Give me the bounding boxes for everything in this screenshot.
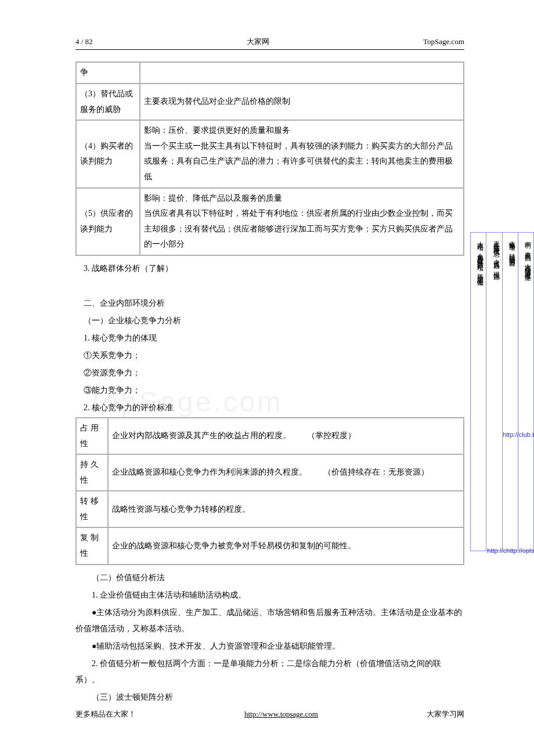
cell-content: 主要表现为替代品对企业产品价格的限制: [140, 84, 464, 120]
list-item: ③能力竞争力；: [75, 382, 464, 399]
criteria-table: 占 用性 企业对内部战略资源及其产生的收益占用的程度。 （掌控程度） 持 久性 …: [75, 417, 464, 565]
paragraph: 2. 价值链分析一般包括两个方面：一是单项能力分析；二是综合能力分析（价值增值活…: [75, 656, 464, 688]
side-annotation-box: 大家论坛，全免费公益性经济师论坛，等待您的光临！ 更多经济师考试信息，考试真题，…: [470, 232, 534, 551]
blank-line: [75, 278, 464, 294]
cell-label: （3）替代品或服务的威胁: [76, 84, 140, 120]
cell-label: 持 久性: [76, 454, 108, 491]
footer-link[interactable]: http://www.topsage.com: [244, 707, 318, 721]
site-name-en: TopSage.com: [423, 35, 464, 48]
cell-content: 企业对内部战略资源及其产生的收益占用的程度。 （掌控程度）: [108, 418, 464, 454]
cell-content: 战略性资源与核心竞争力转移的程度。: [108, 491, 464, 527]
cell-content: 影响：提价、降低产品以及服务的质量当供应者具有以下特征时，将处于有利地位：供应者…: [140, 188, 464, 255]
paragraph: ●辅助活动包括采购、技术开发、人力资源管理和企业基础职能管理。: [75, 638, 464, 654]
paragraph: 3. 战略群体分析（了解）: [75, 261, 464, 277]
footer-right: 大家学习网: [427, 707, 464, 721]
page-footer: 更多精品在大家！ http://www.topsage.com 大家学习网: [75, 707, 464, 721]
table-row: 争: [76, 62, 464, 84]
table-row: 复 制性 企业的战略资源和核心竞争力被竞争对手轻易模仿和复制的可能性。: [76, 527, 464, 564]
cell-label: （5）供应者的谈判能力: [76, 188, 140, 255]
table-row: （4）购买者的谈判能力 影响：压价、要求提供更好的质量和服务当一个买主或一批买主…: [76, 120, 464, 187]
paragraph: 2. 核心竞争力的评价标准: [75, 400, 464, 416]
table-row: 转 移性 战略性资源与核心竞争力转移的程度。: [76, 491, 464, 527]
footer-left: 更多精品在大家！: [75, 707, 136, 721]
cell-label: 转 移性: [76, 491, 108, 527]
cell-label: （4）购买者的谈判能力: [76, 120, 140, 187]
cell-content: [140, 62, 464, 84]
paragraph: 1. 企业价值链由主体活动和辅助活动构成。: [75, 587, 464, 603]
subsection-heading: （一）企业核心竞争力分析: [75, 313, 464, 329]
section-heading: 二、企业内部环境分析: [75, 295, 464, 312]
cell-content: 企业的战略资源和核心竞争力被竞争对手轻易模仿和复制的可能性。: [108, 527, 464, 564]
list-item: ①关系竞争力；: [75, 348, 464, 364]
main-content: 争 （3）替代品或服务的威胁 主要表现为替代品对企业产品价格的限制 （4）购买者…: [75, 62, 464, 705]
table-row: 占 用性 企业对内部战略资源及其产生的收益占用的程度。 （掌控程度）: [76, 418, 464, 454]
table-row: （3）替代品或服务的威胁 主要表现为替代品对企业产品价格的限制: [76, 84, 464, 120]
subsection-heading: （二）价值链分析法: [75, 570, 464, 586]
cell-label: 复 制性: [76, 527, 108, 564]
page-number: 4 / 82: [75, 35, 93, 48]
factors-table: 争 （3）替代品或服务的威胁 主要表现为替代品对企业产品价格的限制 （4）购买者…: [75, 62, 464, 256]
side-column: 收集整理，转载请注明出自: [502, 233, 518, 551]
table-row: （5）供应者的谈判能力 影响：提价、降低产品以及服务的质量当供应者具有以下特征时…: [76, 188, 464, 255]
list-item: ②资源竞争力；: [75, 365, 464, 381]
side-column: 大家论坛，全免费公益性经济师论坛，等待您的光临！: [471, 233, 486, 551]
side-column: 更多经济师考试信息，考试真题，模拟题：: [486, 233, 501, 551]
table-row: 持 久性 企业战略资源和核心竞争力作为利润来源的持久程度。 （价值持续存在：无形…: [76, 454, 464, 491]
cell-content: 影响：压价、要求提供更好的质量和服务当一个买主或一批买主具有以下特征时，具有较强…: [140, 120, 464, 187]
cell-label: 争: [76, 62, 140, 84]
paragraph: ●主体活动分为原料供应、生产加工、成品储运、市场营销和售后服务五种活动。主体活动…: [75, 605, 464, 637]
cell-content: 企业战略资源和核心竞争力作为利润来源的持久程度。 （价值持续存在：无形资源）: [108, 454, 464, 491]
cell-label: 占 用性: [76, 418, 108, 454]
side-link[interactable]: http://club.t: [503, 429, 534, 441]
subsection-heading: （三）波士顿矩阵分析: [75, 689, 464, 706]
side-column: 声明：本资料由 大家论坛经济师考试专区: [518, 233, 533, 551]
page-header: 4 / 82 大家网 TopSage.com: [75, 35, 464, 50]
site-name-cn: 大家网: [247, 35, 269, 48]
paragraph: 1. 核心竞争力的体现: [75, 330, 464, 346]
side-link[interactable]: http://chttp://opls: [487, 545, 534, 557]
